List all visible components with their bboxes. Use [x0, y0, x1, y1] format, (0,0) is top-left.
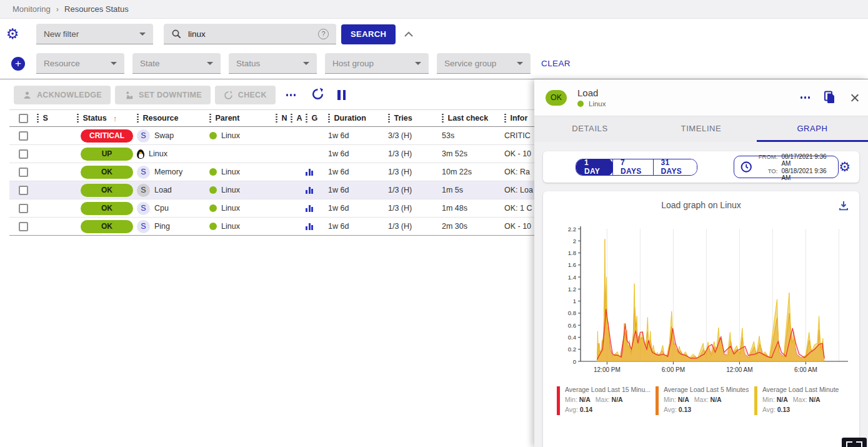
svg-text:1: 1 [573, 298, 576, 304]
column-header-duration[interactable]: Duration [328, 114, 366, 123]
legend-swatch-yellow [754, 386, 757, 415]
to-label: TO: [759, 168, 778, 181]
resource-name[interactable]: Memory [154, 168, 182, 176]
clear-filters-button[interactable]: CLEAR [541, 59, 571, 68]
export-graph-button[interactable] [838, 200, 849, 213]
filter-state-select[interactable]: State [132, 53, 221, 74]
row-checkbox[interactable] [19, 186, 28, 195]
drag-handle-icon[interactable] [442, 114, 444, 123]
copy-link-icon[interactable] [824, 91, 836, 104]
resource-name[interactable]: Ping [154, 222, 170, 231]
graph-available-icon[interactable] [306, 223, 313, 230]
column-header-parent[interactable]: Parent [209, 114, 239, 123]
person-icon [22, 91, 32, 100]
legend-item-15min[interactable]: Average Load Last 15 Minu... Min: N/AMax… [557, 385, 656, 415]
drag-handle-icon[interactable] [328, 114, 330, 123]
drag-handle-icon[interactable] [37, 114, 39, 123]
drag-handle-icon[interactable] [276, 114, 277, 123]
legend-item-5min[interactable]: Average Load Last 5 Minutes Min: N/AMax:… [656, 385, 754, 415]
panel-parent-name[interactable]: Linux [589, 100, 606, 108]
filter-resource-select[interactable]: Resource [36, 53, 124, 74]
drag-handle-icon[interactable] [388, 114, 390, 123]
column-header-s[interactable]: S [37, 114, 48, 123]
clock-icon [740, 160, 752, 174]
column-header-resource[interactable]: Resource [137, 114, 178, 123]
column-header-last-check[interactable]: Last check [442, 114, 488, 123]
parent-name[interactable]: Linux [221, 186, 240, 194]
load-chart-area[interactable]: 00.20.40.60.811.21.41.61.822.212:00 PM6:… [549, 221, 853, 381]
column-header-tries[interactable]: Tries [388, 114, 412, 123]
set-downtime-button[interactable]: SET DOWNTIME [115, 86, 211, 104]
row-checkbox[interactable] [19, 168, 28, 177]
filter-settings-button[interactable]: ⚙ [0, 27, 25, 41]
check-button[interactable]: CHECK [215, 86, 276, 104]
search-input[interactable] [188, 29, 312, 39]
row-checkbox[interactable] [19, 222, 28, 231]
pause-refresh-button[interactable] [337, 90, 346, 100]
parent-name[interactable]: Linux [221, 204, 240, 213]
drag-handle-icon[interactable] [291, 114, 292, 123]
select-all-checkbox[interactable] [19, 114, 28, 123]
search-button[interactable]: SEARCH [341, 24, 396, 44]
drag-handle-icon[interactable] [504, 114, 506, 123]
column-header-graph[interactable]: G [306, 114, 317, 123]
row-checkbox[interactable] [19, 204, 28, 213]
search-help-icon[interactable]: ? [318, 29, 329, 39]
saved-filter-value: New filter [44, 29, 79, 39]
legend-item-1min[interactable]: Average Load Last Minute Min: N/AMax: N/… [754, 385, 853, 415]
fullscreen-icon[interactable] [842, 438, 867, 447]
load-chart-svg[interactable]: 00.20.40.60.811.21.41.61.822.212:00 PM6:… [556, 221, 856, 379]
filter-section: ⚙ New filter ? SEARCH + Resourc [0, 19, 868, 79]
breadcrumb-monitoring[interactable]: Monitoring [12, 4, 51, 14]
resource-name[interactable]: Load [154, 186, 172, 194]
acknowledge-button[interactable]: ACKNOWLEDGE [14, 86, 111, 104]
drag-handle-icon[interactable] [77, 114, 79, 123]
resource-name[interactable]: Linux [149, 149, 167, 158]
drag-handle-icon[interactable] [306, 114, 307, 123]
saved-filter-select[interactable]: New filter [36, 24, 153, 44]
svg-text:2.2: 2.2 [568, 226, 576, 233]
duration-cell: 1w 6d [328, 186, 388, 194]
column-header-notes[interactable]: N [276, 114, 287, 123]
resource-name[interactable]: Swap [154, 131, 174, 140]
more-actions-icon[interactable] [286, 94, 296, 96]
parent-name[interactable]: Linux [221, 222, 240, 231]
resource-name[interactable]: Cpu [154, 204, 169, 213]
tab-details[interactable]: DETAILS [534, 116, 646, 142]
row-checkbox[interactable] [19, 131, 28, 141]
drag-handle-icon[interactable] [137, 114, 139, 123]
graph-settings-gear-icon[interactable]: ⚙ [839, 159, 851, 174]
last-check-cell: 53s [442, 131, 504, 140]
column-header-information[interactable]: Infor [504, 114, 527, 123]
parent-name[interactable]: Linux [221, 168, 240, 176]
graph-available-icon[interactable] [306, 205, 313, 212]
filter-service-group-select[interactable]: Service group [437, 53, 531, 74]
refresh-button[interactable] [311, 88, 324, 103]
graph-available-icon[interactable] [306, 187, 313, 194]
host-up-dot-icon [209, 132, 217, 139]
duration-cell: 1w 6d [328, 204, 388, 213]
tab-graph[interactable]: GRAPH [757, 116, 868, 142]
filter-host-group-select[interactable]: Host group [325, 53, 429, 74]
collapse-filters-icon[interactable] [404, 31, 414, 38]
last-check-cell: 1m 48s [442, 204, 504, 213]
row-checkbox[interactable] [19, 149, 28, 159]
add-criteria-button[interactable]: + [11, 57, 25, 71]
tab-timeline[interactable]: TIMELINE [646, 116, 757, 142]
search-box: ? [164, 24, 336, 44]
range-1-day-button[interactable]: 1 DAY [576, 159, 613, 176]
drag-handle-icon[interactable] [209, 114, 211, 123]
duration-cell: 1w 6d [328, 222, 388, 231]
column-header-action[interactable]: A [291, 114, 302, 123]
graph-available-icon[interactable] [306, 169, 313, 176]
range-31-days-button[interactable]: 31 DAYS [653, 159, 697, 175]
set-downtime-label: SET DOWNTIME [139, 91, 202, 99]
close-panel-icon[interactable] [850, 93, 859, 103]
range-7-days-button[interactable]: 7 DAYS [612, 159, 653, 175]
column-header-status[interactable]: Status↑ [77, 114, 117, 123]
filter-status-select[interactable]: Status [229, 53, 317, 74]
breadcrumb-resources-status[interactable]: Resources Status [64, 4, 129, 14]
panel-more-actions-icon[interactable] [801, 96, 811, 99]
custom-date-range-button[interactable]: FROM: 08/17/2021 9:36 AM TO: 08/18/2021 … [734, 156, 839, 178]
parent-name[interactable]: Linux [221, 131, 240, 140]
